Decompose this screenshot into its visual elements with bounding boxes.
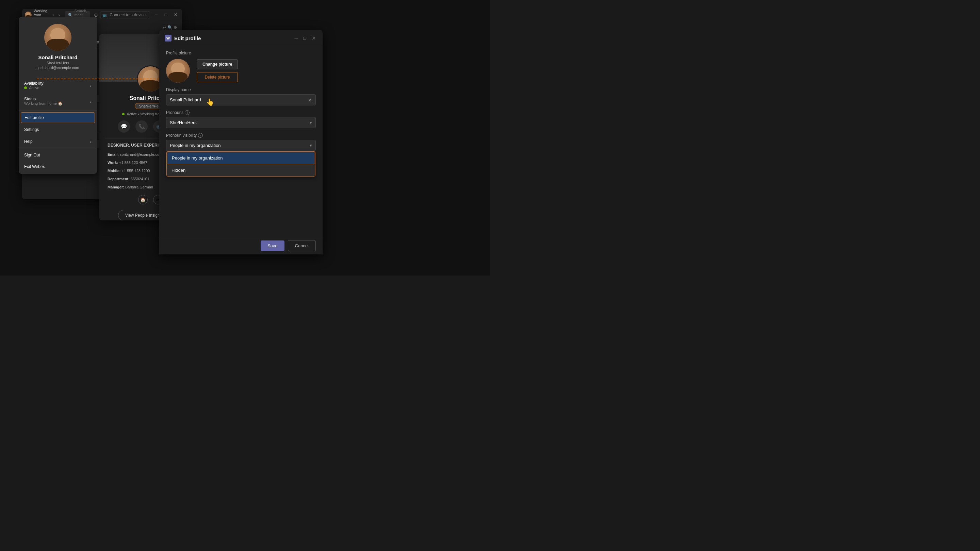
maximize-icon[interactable]: □ <box>163 11 169 18</box>
profile-menu-avatar <box>44 24 72 51</box>
status-chevron-icon: › <box>90 98 92 104</box>
change-picture-btn[interactable]: Change picture <box>197 59 238 69</box>
modal-close-icon[interactable]: ✕ <box>310 35 317 41</box>
dropdown-option-hidden[interactable]: Hidden <box>167 164 315 176</box>
pronoun-visibility-section: Pronoun visibility i <box>166 133 316 138</box>
signout-label: Sign Out <box>24 153 40 157</box>
profile-pic-actions: Change picture Delete picture <box>197 59 238 82</box>
status-label: Status <box>24 97 90 102</box>
pronouns-select-value: She/Her/Hers <box>170 120 197 125</box>
cancel-btn[interactable]: Cancel <box>288 240 316 251</box>
modal-title-text: Edit profile <box>174 35 201 41</box>
profile-pic-label: Profile picture <box>166 51 316 56</box>
exit-label: Exit Webex <box>24 164 45 169</box>
profile-menu-pronouns: She/Her/Hers <box>24 61 92 65</box>
chat-action-btn[interactable]: 💬 <box>118 121 130 133</box>
menu-divider-1 <box>19 76 97 76</box>
pronouns-info-icon[interactable]: i <box>185 110 189 115</box>
menu-item-signout[interactable]: Sign Out <box>19 149 97 161</box>
minimize-icon[interactable]: ─ <box>153 11 160 18</box>
pronoun-visibility-dropdown: People in my organization Hidden <box>166 151 315 176</box>
titlebar-controls: 📺 Connect to a device ─ □ ✕ <box>100 11 179 18</box>
close-icon[interactable]: ✕ <box>172 11 179 18</box>
menu-item-settings[interactable]: Settings <box>19 124 97 135</box>
modal-content: Profile picture Change picture Delete pi… <box>159 45 323 235</box>
pronouns-select[interactable]: She/Her/Hers ▾ <box>166 117 316 128</box>
menu-item-availability[interactable]: Availability Active › <box>19 78 97 93</box>
pronoun-visibility-select[interactable]: People in my organization ▾ People in my… <box>166 140 316 151</box>
profile-pic-section: Change picture Delete picture <box>166 59 316 83</box>
menu-item-exit[interactable]: Exit Webex <box>19 161 97 172</box>
pronoun-visibility-label: Pronoun visibility <box>166 133 197 138</box>
profile-menu-name: Sonali Pritchard <box>24 54 92 60</box>
display-name-label: Display name <box>166 87 316 92</box>
settings-label: Settings <box>24 127 39 132</box>
pronoun-visibility-info-icon[interactable]: i <box>198 133 203 138</box>
visibility-chevron-icon: ▾ <box>310 143 312 148</box>
edit-profile-label: Edit profile <box>24 115 44 120</box>
connect-device-btn[interactable]: 📺 Connect to a device <box>100 11 150 18</box>
status-dot-icon <box>122 113 124 115</box>
menu-bottom: Sign Out Exit Webex <box>19 148 97 174</box>
channel-actions-icon: ↩ 🔍 ⚙ <box>163 25 177 30</box>
edit-profile-modal: W Edit profile ─ □ ✕ Profile picture Cha… <box>159 30 323 254</box>
menu-item-help[interactable]: Help › <box>19 135 97 148</box>
menu-item-status[interactable]: Status Working from home 🏠 › <box>19 93 97 109</box>
profile-menu-email: spritchard@example.com <box>24 66 92 70</box>
pronouns-label: Pronouns <box>166 110 183 115</box>
help-label: Help <box>24 139 33 144</box>
search-icon: 🔍 <box>68 13 73 17</box>
profile-pic-thumb <box>166 59 190 83</box>
pronouns-section: Pronouns i <box>166 110 316 115</box>
profile-home-btn[interactable]: 🏠 <box>138 195 148 205</box>
pronouns-chevron-icon: ▾ <box>310 120 312 125</box>
modal-minimize-icon[interactable]: ─ <box>293 35 299 41</box>
modal-controls: ─ □ ✕ <box>293 35 317 41</box>
dropdown-option-organization[interactable]: People in my organization <box>167 152 315 164</box>
availability-chevron-icon: › <box>90 83 92 88</box>
help-chevron-icon: › <box>90 139 92 144</box>
clear-name-icon[interactable]: ✕ <box>308 97 312 102</box>
profile-menu: Sonali Pritchard She/Her/Hers spritchard… <box>19 17 97 174</box>
menu-item-edit-profile[interactable]: Edit profile <box>21 112 95 123</box>
webex-icon: W <box>165 35 172 41</box>
display-name-value: Sonali Pritchard <box>170 97 201 102</box>
display-name-input[interactable]: Sonali Pritchard ✕ <box>166 94 316 105</box>
status-value: Working from home 🏠 <box>24 102 90 106</box>
modal-title: W Edit profile <box>165 35 201 41</box>
availability-label: Availability <box>24 81 90 86</box>
availability-dot <box>24 86 27 89</box>
save-btn[interactable]: Save <box>261 240 285 251</box>
profile-menu-header: Sonali Pritchard She/Her/Hers spritchard… <box>19 17 97 75</box>
modal-footer: Save Cancel <box>159 237 323 254</box>
pronoun-visibility-value: People in my organization <box>170 143 221 148</box>
menu-divider-2 <box>19 111 97 111</box>
delete-picture-btn[interactable]: Delete picture <box>197 72 238 82</box>
modal-maximize-icon[interactable]: □ <box>302 35 308 41</box>
modal-titlebar: W Edit profile ─ □ ✕ <box>159 30 323 45</box>
call-action-btn[interactable]: 📞 <box>135 121 148 133</box>
availability-status: Active <box>24 86 90 90</box>
